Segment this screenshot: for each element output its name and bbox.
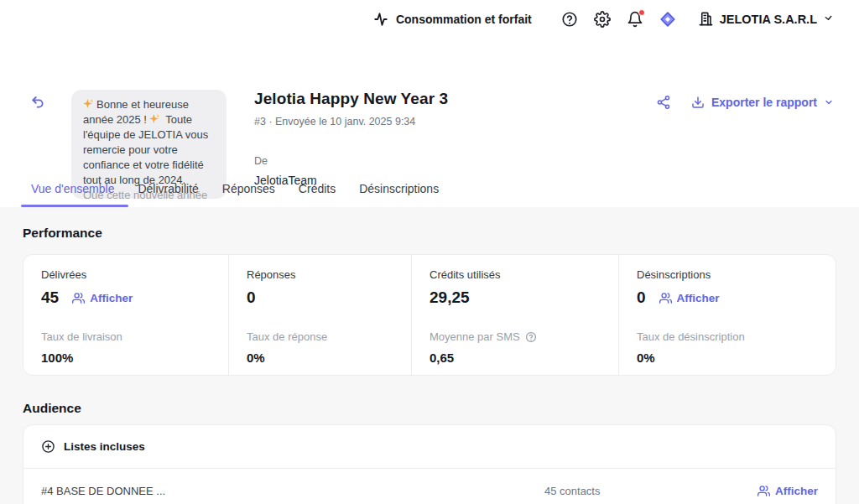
campaign-header: Bonne et heureuse année 2025 ! Toute l'é…: [0, 38, 859, 169]
tab-credits[interactable]: Crédits: [299, 169, 336, 207]
users-icon: [659, 292, 672, 304]
message-line: l'équipe de JELOTIA vous: [83, 127, 215, 143]
afficher-label: Afficher: [677, 292, 720, 304]
show-unsubscribes-button[interactable]: Afficher: [659, 292, 720, 304]
message-line: remercie pour votre: [83, 143, 215, 158]
header-actions: Exporter le rapport: [656, 95, 834, 110]
account-name: JELOTIA S.A.R.L: [720, 13, 817, 26]
info-icon[interactable]: [525, 331, 537, 343]
stat-sublabel: Taux de réponse: [247, 330, 403, 343]
from-label: De: [254, 155, 448, 167]
page-title: Jelotia Happy New Year 3: [254, 90, 448, 108]
list-contacts-count: 45 contacts: [544, 485, 757, 497]
audience-heading: Audience: [23, 401, 836, 416]
share-icon: [656, 95, 671, 110]
lists-included-label: Listes incluses: [64, 440, 145, 453]
stat-subvalue: 100%: [41, 351, 220, 365]
undo-icon: [30, 95, 45, 110]
stat-value: 29,25: [430, 288, 470, 307]
audience-list-row: #4 BASE DE DONNEE ... 45 contacts Affich…: [23, 469, 836, 504]
lists-included-header[interactable]: Listes incluses: [23, 425, 836, 469]
stat-delivered: Délivrées 45 Afficher Taux de livraison …: [23, 255, 229, 375]
building-icon: [698, 11, 714, 27]
stat-label: Crédits utilisés: [430, 268, 610, 281]
stat-responses: Réponses 0 Taux de réponse 0%: [229, 255, 412, 375]
stat-subvalue: 0,65: [430, 351, 610, 365]
chevron-down-icon: [823, 13, 834, 24]
account-menu[interactable]: JELOTIA S.A.R.L: [698, 11, 834, 27]
export-report-label: Exporter le rapport: [711, 96, 817, 109]
stat-value: 0: [637, 288, 646, 307]
stat-label: Délivrées: [41, 268, 220, 281]
notification-dot: [638, 9, 645, 16]
performance-heading: Performance: [23, 207, 836, 241]
bell-icon[interactable]: [627, 11, 643, 28]
sparkle-icon: [83, 98, 94, 109]
plus-circle-icon: [41, 439, 55, 454]
afficher-label: Afficher: [775, 485, 818, 497]
show-delivered-button[interactable]: Afficher: [72, 292, 133, 304]
report-content: Performance Délivrées 45 Afficher Taux d…: [0, 207, 859, 504]
sparkle-icon: [149, 113, 160, 124]
message-line: année 2025 !: [83, 113, 147, 126]
list-name: #4 BASE DE DONNEE ...: [41, 485, 544, 497]
message-line: Toute: [165, 113, 192, 126]
users-icon: [757, 485, 770, 497]
performance-card: Délivrées 45 Afficher Taux de livraison …: [23, 254, 836, 376]
tab-desinscriptions[interactable]: Désinscriptions: [359, 169, 439, 207]
users-icon: [72, 292, 85, 304]
topbar: Consommation et forfait JELOTIA S.A.R.L: [0, 0, 859, 38]
stat-value: 45: [41, 288, 59, 307]
show-list-button[interactable]: Afficher: [757, 485, 818, 497]
afficher-label: Afficher: [90, 292, 133, 304]
audience-card: Listes incluses #4 BASE DE DONNEE ... 45…: [23, 424, 836, 504]
stat-sublabel: Taux de désinscription: [637, 330, 827, 343]
stat-sublabel: Taux de livraison: [41, 330, 220, 343]
stat-sublabel: Moyenne par SMS: [430, 330, 520, 343]
export-report-button[interactable]: Exporter le rapport: [691, 96, 834, 109]
chevron-down-icon: [824, 97, 834, 107]
stat-subvalue: 0%: [247, 351, 403, 365]
help-icon[interactable]: [561, 11, 578, 28]
stat-unsubscribes: Désinscriptions 0 Afficher Taux de désin…: [619, 255, 836, 375]
back-button[interactable]: [30, 95, 45, 110]
consumption-label: Consommation et forfait: [396, 13, 532, 26]
tab-vue-densemble[interactable]: Vue d'ensemble: [31, 169, 114, 207]
stat-credits: Crédits utilisés 29,25 Moyenne par SMS 0…: [412, 255, 619, 375]
diamond-icon[interactable]: [659, 11, 676, 28]
tab-reponses[interactable]: Réponses: [222, 169, 275, 207]
stat-label: Désinscriptions: [637, 268, 827, 281]
activity-icon: [373, 12, 388, 27]
tab-delivrabilite[interactable]: Délivrabilité: [138, 169, 198, 207]
stat-subvalue: 0%: [637, 351, 827, 365]
settings-icon[interactable]: [594, 11, 611, 28]
share-button[interactable]: [656, 95, 671, 110]
download-icon: [691, 96, 705, 109]
consumption-button[interactable]: Consommation et forfait: [373, 12, 532, 27]
stat-value: 0: [247, 288, 256, 307]
stat-label: Réponses: [247, 268, 403, 281]
campaign-subtitle: #3 · Envoyée le 10 janv. 2025 9:34: [254, 116, 448, 127]
message-line: Bonne et heureuse: [96, 98, 189, 111]
